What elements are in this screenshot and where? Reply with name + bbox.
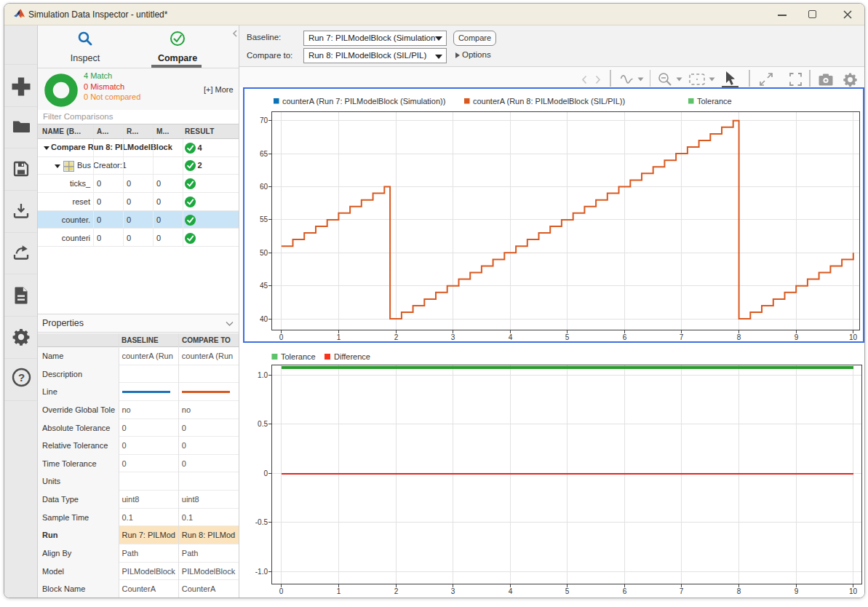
svg-text:3: 3 xyxy=(451,333,455,341)
svg-text:-0.5: -0.5 xyxy=(255,518,268,526)
svg-text:70: 70 xyxy=(260,116,268,124)
svg-text:Difference: Difference xyxy=(334,352,370,361)
svg-text:5: 5 xyxy=(565,333,570,341)
svg-text:0: 0 xyxy=(279,333,284,341)
svg-text:60: 60 xyxy=(260,183,268,191)
svg-text:0: 0 xyxy=(263,469,268,477)
svg-text:8: 8 xyxy=(737,333,741,341)
svg-text:1: 1 xyxy=(337,333,341,341)
svg-text:8: 8 xyxy=(737,587,741,595)
svg-text:65: 65 xyxy=(260,150,268,158)
svg-text:counterA (Run 8: PILModelBlock: counterA (Run 8: PILModelBlock (SIL/PIL)… xyxy=(473,97,625,106)
svg-text:45: 45 xyxy=(260,282,268,290)
svg-text:2: 2 xyxy=(394,333,399,341)
svg-text:10: 10 xyxy=(849,333,858,341)
svg-text:Tolerance: Tolerance xyxy=(281,352,316,361)
svg-text:4: 4 xyxy=(509,587,513,595)
svg-text:55: 55 xyxy=(260,215,268,223)
svg-text:5: 5 xyxy=(565,587,570,595)
svg-text:0: 0 xyxy=(279,587,284,595)
svg-text:6: 6 xyxy=(623,333,627,341)
svg-text:10: 10 xyxy=(849,587,858,595)
svg-text:-1.0: -1.0 xyxy=(255,568,268,576)
svg-text:Tolerance: Tolerance xyxy=(697,97,732,106)
svg-text:0.5: 0.5 xyxy=(258,420,268,428)
svg-text:1.0: 1.0 xyxy=(258,371,268,379)
svg-text:counterA (Run 7: PILModelBlock: counterA (Run 7: PILModelBlock (Simulati… xyxy=(282,97,445,106)
svg-text:2: 2 xyxy=(394,587,399,595)
svg-text:1: 1 xyxy=(337,587,341,595)
svg-text:9: 9 xyxy=(795,333,799,341)
svg-text:4: 4 xyxy=(509,333,513,341)
svg-text:7: 7 xyxy=(680,333,684,341)
svg-text:9: 9 xyxy=(795,587,799,595)
svg-text:40: 40 xyxy=(260,315,268,323)
svg-text:7: 7 xyxy=(680,587,684,595)
svg-text:3: 3 xyxy=(451,587,455,595)
svg-text:6: 6 xyxy=(623,587,627,595)
svg-text:50: 50 xyxy=(260,249,268,257)
svg-text:?: ? xyxy=(17,371,24,384)
